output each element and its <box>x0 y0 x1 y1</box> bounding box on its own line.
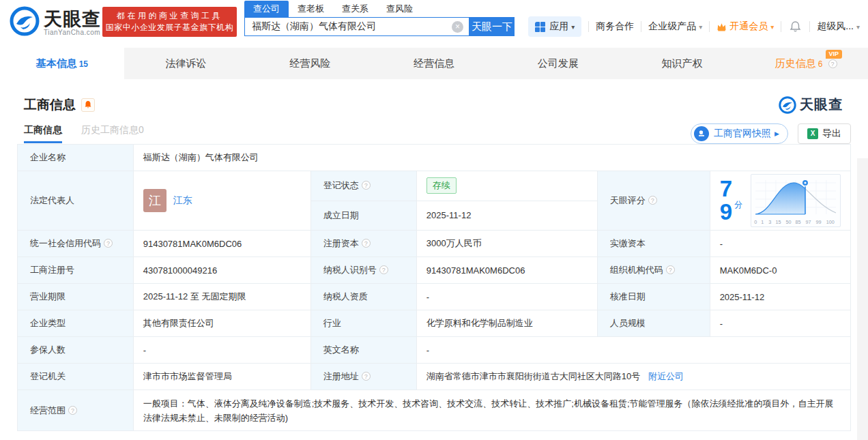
help-icon[interactable]: ? <box>362 181 371 190</box>
help-icon[interactable]: ? <box>379 265 388 274</box>
company-nav-tabs: 基本信息15 法律诉讼 经营风险 经营信息 公司发展 知识产权 VIP 历史信息… <box>0 48 868 79</box>
promo-line1: 都在用的商业查询工具 <box>102 10 237 22</box>
reg-number-value: 430781000049216 <box>133 257 310 284</box>
reg-capital-value: 3000万人民币 <box>416 231 597 257</box>
table-row: 统一社会信用代码? 91430781MAK0M6DC06 注册资本? 3000万… <box>18 231 851 257</box>
legal-rep-avatar[interactable]: 江 <box>143 189 167 212</box>
taxpayer-id-value: 91430781MAK0M6DC06 <box>416 257 597 284</box>
english-name-label: 英文名称 <box>310 337 416 364</box>
paid-capital-label: 实缴资本 <box>597 231 710 257</box>
excel-icon: X <box>807 128 818 139</box>
help-icon[interactable]: ? <box>68 406 77 415</box>
tab-basic-info[interactable]: 基本信息15 <box>0 48 124 79</box>
main-content: 工商信息 天眼查 工商信息 历史工商信息0 工商官网快照 ▶ X <box>0 79 868 431</box>
crown-icon <box>717 23 727 31</box>
help-icon[interactable]: ? <box>362 239 371 248</box>
promo-line2: 国家中小企业发展子基金旗下机构 <box>102 22 237 33</box>
company-name-label: 企业名称 <box>18 145 134 171</box>
section-title: 工商信息 <box>24 96 76 114</box>
reg-address-value: 湖南省常德市津市市襄阳街街道古大同社区大同路10号 附近公司 <box>416 364 850 390</box>
table-row: 企业名称 福斯达（湖南）气体有限公司 <box>18 145 851 171</box>
org-code-label: 组织机构代码? <box>597 257 710 284</box>
taxpayer-quality-value: - <box>416 284 597 310</box>
search-tab-relation[interactable]: 查关系 <box>333 1 377 17</box>
export-button[interactable]: X 导出 <box>798 123 851 144</box>
reg-authority-label: 登记机关 <box>18 364 134 390</box>
tab-company-development[interactable]: 公司发展 <box>496 48 620 79</box>
subtab-business-info[interactable]: 工商信息 <box>24 124 62 143</box>
top-header: 天眼查 TianYanCha.com 都在用的商业查询工具 国家中小企业发展子基… <box>0 0 868 48</box>
divider <box>641 21 641 32</box>
industry-value: 化学原料和化学制品制造业 <box>416 310 597 337</box>
status-badge: 存续 <box>426 177 457 194</box>
menu-super-risk[interactable]: 超级风... ▾ <box>817 20 860 33</box>
help-icon[interactable]: ? <box>362 372 371 381</box>
chevron-down-icon: ▾ <box>770 23 774 31</box>
help-icon[interactable]: ? <box>828 59 837 68</box>
subscribe-bell-icon[interactable] <box>81 98 95 112</box>
apps-label: 应用 <box>549 20 568 33</box>
search-tab-boss[interactable]: 查老板 <box>289 1 333 17</box>
english-name-value: - <box>416 337 850 364</box>
nearby-companies-link[interactable]: 附近公司 <box>648 371 684 381</box>
tab-history-info[interactable]: VIP 历史信息6 ? <box>744 48 868 79</box>
reg-status-label: 登记状态? <box>310 171 416 201</box>
help-icon[interactable]: ? <box>104 239 113 248</box>
legal-rep-link[interactable]: 江东 <box>173 194 192 207</box>
promo-banner[interactable]: 都在用的商业查询工具 国家中小企业发展子基金旗下机构 <box>102 7 237 37</box>
header-menu: 应用 ▾ 商务合作 企业级产品 ▾ 开通会员 ▾ 超级风... ▾ <box>528 16 860 37</box>
credit-code-value: 91430781MAK0M6DC06 <box>133 231 310 257</box>
reg-capital-label: 注册资本? <box>310 231 416 257</box>
help-icon[interactable]: ? <box>666 265 675 274</box>
business-scope-value: 一般项目：气体、液体分离及纯净设备制造;技术服务、技术开发、技术咨询、技术交流、… <box>133 390 850 431</box>
reg-address-label: 注册地址? <box>310 364 416 390</box>
tab-legal-proceedings[interactable]: 法律诉讼 <box>124 48 248 79</box>
scrollbar-gutter[interactable] <box>857 158 868 440</box>
tianyancha-logo[interactable]: 天眼查 TianYanCha.com <box>10 6 101 39</box>
search-tab-risk[interactable]: 查风险 <box>377 1 422 17</box>
reg-status-value: 存续 <box>416 171 597 201</box>
credit-code-label: 统一社会信用代码? <box>18 231 134 257</box>
apps-grid-icon <box>535 22 545 32</box>
menu-business-cooperation[interactable]: 商务合作 <box>596 20 634 33</box>
table-row: 企业类型 其他有限责任公司 行业 化学原料和化学制品制造业 人员规模 - <box>18 310 851 337</box>
tab-count: 6 <box>818 59 823 69</box>
staff-size-value: - <box>710 310 850 337</box>
search-input[interactable] <box>245 18 469 35</box>
search-tab-company[interactable]: 查公司 <box>244 1 289 17</box>
tab-intellectual-property[interactable]: 知识产权 <box>620 48 744 79</box>
logo-domain: TianYanCha.com <box>44 29 101 36</box>
menu-open-vip[interactable]: 开通会员 ▾ <box>717 20 774 33</box>
score-number: 79 <box>720 177 732 224</box>
apps-menu[interactable]: 应用 ▾ <box>528 16 581 37</box>
search-submit-button[interactable]: 天眼一下 <box>469 17 515 36</box>
score-unit: 分 <box>734 199 742 211</box>
section-brand-logo: 天眼查 <box>779 96 843 114</box>
stamp-icon <box>694 126 709 141</box>
legal-rep-cell: 江 江东 <box>133 171 310 231</box>
help-icon[interactable]: ? <box>648 196 657 205</box>
score-value-cell: 79 分 <box>710 171 850 231</box>
official-snapshot-button[interactable]: 工商官网快照 ▶ <box>691 123 788 144</box>
tab-operation-risk[interactable]: 经营风险 <box>248 48 372 79</box>
logo-title: 天眼查 <box>44 10 101 29</box>
staff-size-label: 人员规模 <box>597 310 710 337</box>
reg-authority-value: 津市市市场监督管理局 <box>133 364 310 390</box>
divider <box>709 21 710 32</box>
search-area: 查公司 查老板 查关系 查风险 × 天眼一下 <box>244 1 515 36</box>
table-row: 营业期限 2025-11-12 至 无固定期限 纳税人资质 - 核准日期 202… <box>18 284 851 310</box>
tab-operation-info[interactable]: 经营信息 <box>372 48 496 79</box>
notification-bell-icon[interactable] <box>788 20 802 33</box>
menu-enterprise-products[interactable]: 企业级产品 ▾ <box>648 20 702 33</box>
subtab-history-business-info[interactable]: 历史工商信息0 <box>81 124 144 143</box>
table-row: 工商注册号 430781000049216 纳税人识别号? 91430781MA… <box>18 257 851 284</box>
taxpayer-id-label: 纳税人识别号? <box>310 257 416 284</box>
tab-count: 15 <box>79 59 88 69</box>
search-tabs: 查公司 查老板 查关系 查风险 <box>244 1 515 17</box>
tianyancha-swirl-icon <box>779 96 796 114</box>
divider <box>588 21 589 32</box>
business-term-value: 2025-11-12 至 无固定期限 <box>133 284 310 310</box>
org-code-value: MAK0M6DC-0 <box>710 257 850 284</box>
divider <box>781 21 781 32</box>
clear-search-icon[interactable]: × <box>452 21 463 33</box>
